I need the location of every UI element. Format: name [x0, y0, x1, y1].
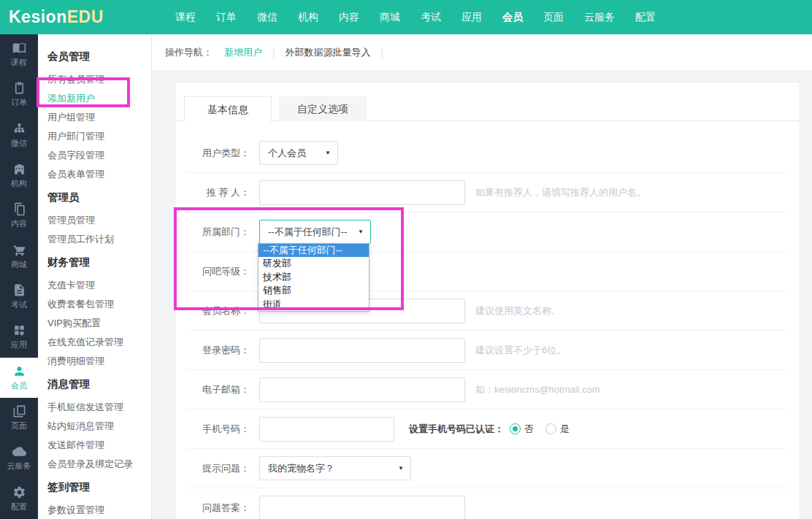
dropdown-option[interactable]: 销售部: [258, 284, 369, 297]
logo-text: Kesion: [9, 7, 67, 26]
topnav-item-cloud[interactable]: 云服务: [574, 11, 625, 24]
topbar: KesionEDU 课程订单微信机构内容商城考试应用会员页面云服务配置: [0, 0, 812, 34]
dropdown-option[interactable]: --不属于任何部门--: [258, 244, 369, 257]
rail-item-label: 考试: [11, 299, 27, 310]
radio-verified-no[interactable]: [510, 423, 521, 434]
app-logo[interactable]: KesionEDU: [9, 7, 104, 27]
submenu-item[interactable]: 添加新用户: [38, 89, 151, 108]
topnav-item-member[interactable]: 会员: [492, 11, 533, 24]
submenu-item[interactable]: 收费套餐包管理: [38, 295, 151, 314]
topnav-item-order[interactable]: 订单: [206, 11, 247, 24]
submenu-item[interactable]: 用户组管理: [38, 108, 151, 127]
rail-item-cloud[interactable]: 云服务: [0, 438, 38, 478]
email-label: 电子邮箱：: [187, 383, 250, 396]
submenu-item[interactable]: 充值卡管理: [38, 276, 151, 295]
rail-item-label: 微信: [11, 138, 27, 149]
submenu-section: 会员管理所有会员管理添加新用户用户组管理用户部门管理会员字段管理会员表单管理: [38, 43, 151, 184]
submenu-item[interactable]: 管理员工作计划: [38, 230, 151, 249]
question-select[interactable]: 我的宠物名字？ ▼: [259, 456, 411, 480]
phone-label: 手机号码：: [187, 423, 250, 436]
rail-item-app[interactable]: 应用: [0, 317, 38, 357]
submenu-section: 管理员管理员管理管理员工作计划: [38, 184, 151, 249]
dropdown-option[interactable]: 技术部: [258, 271, 369, 284]
submenu-item[interactable]: 在线充值记录管理: [38, 333, 151, 352]
submenu-item[interactable]: 所有会员管理: [38, 70, 151, 89]
submenu-section-header: 签到管理: [38, 474, 151, 501]
rail-item-exam[interactable]: 考试: [0, 277, 38, 317]
department-select[interactable]: --不属于任何部门-- ▼: [259, 220, 371, 244]
submenu-item[interactable]: 参数设置管理: [38, 501, 151, 519]
logo-accent-text: EDU: [67, 7, 104, 26]
phone-input[interactable]: [259, 417, 394, 442]
submenu-item[interactable]: 用户部门管理: [38, 127, 151, 146]
topnav-item-course[interactable]: 课程: [165, 11, 206, 24]
submenu-section: 签到管理参数设置管理签到记录管理: [38, 474, 151, 519]
submenu-item[interactable]: 发送邮件管理: [38, 436, 151, 455]
rail-item-label: 订单: [11, 97, 27, 108]
submenu-item[interactable]: 站内短消息管理: [38, 417, 151, 436]
submenu-item[interactable]: 会员字段管理: [38, 146, 151, 165]
share-icon: [12, 122, 26, 136]
submenu-item[interactable]: 会员表单管理: [38, 165, 151, 184]
row-question: 提示问题： 我的宠物名字？ ▼: [187, 449, 788, 488]
user-type-select[interactable]: 个人会员 ▼: [259, 141, 338, 165]
member-name-hint: 建议使用英文名称。: [475, 304, 561, 318]
topnav-item-wechat[interactable]: 微信: [247, 11, 288, 24]
rail-item-content[interactable]: 内容: [0, 196, 38, 236]
submenu-item[interactable]: VIP购买配置: [38, 314, 151, 333]
topnav-item-app[interactable]: 应用: [451, 11, 492, 24]
submenu-section-header: 会员管理: [38, 43, 151, 70]
radio-no-label: 否: [524, 423, 534, 436]
rail-item-member[interactable]: 会员: [0, 358, 38, 398]
rail-item-mall[interactable]: 商城: [0, 237, 38, 277]
topnav-item-page[interactable]: 页面: [533, 11, 574, 24]
clipboard-icon: [12, 81, 26, 95]
question-value: 我的宠物名字？: [268, 462, 334, 475]
dropdown-option[interactable]: 研发部: [258, 257, 369, 270]
operation-nav-prefix: 操作导航：: [165, 46, 212, 59]
rail-item-org[interactable]: 机构: [0, 155, 38, 196]
submenu-item[interactable]: 会员登录及绑定记录: [38, 455, 151, 474]
radio-verified-yes[interactable]: [545, 423, 556, 434]
topnav-item-content[interactable]: 内容: [329, 11, 369, 24]
top-navigation: 课程订单微信机构内容商城考试应用会员页面云服务配置: [165, 0, 666, 34]
password-label: 登录密码：: [187, 344, 250, 357]
user-type-label: 用户类型：: [187, 147, 250, 160]
tab-custom-options[interactable]: 自定义选项: [279, 96, 367, 121]
rail-item-label: 页面: [11, 420, 27, 431]
opnav-link-batch-import[interactable]: 外部数据源批量导入: [285, 46, 370, 59]
department-label: 所属部门：: [187, 226, 250, 239]
topnav-item-mall[interactable]: 商城: [369, 11, 410, 24]
topnav-item-org[interactable]: 机构: [288, 11, 329, 24]
email-input[interactable]: [259, 377, 465, 402]
tab-basic-info[interactable]: 基本信息: [184, 96, 272, 122]
module-icon-rail: 课程订单微信机构内容商城考试应用会员页面云服务配置: [0, 34, 38, 519]
rail-item-order[interactable]: 订单: [0, 74, 38, 115]
document-icon: [12, 283, 26, 297]
submenu-section-header: 财务管理: [38, 249, 151, 276]
rail-item-page[interactable]: 页面: [0, 398, 38, 438]
submenu-section: 消息管理手机短信发送管理站内短消息管理发送邮件管理会员登录及绑定记录: [38, 371, 151, 474]
book-icon: [12, 41, 26, 55]
rail-item-config[interactable]: 配置: [0, 479, 38, 519]
topnav-item-exam[interactable]: 考试: [410, 11, 451, 24]
submenu-item[interactable]: 管理员管理: [38, 211, 151, 230]
password-input[interactable]: [259, 338, 465, 363]
submenu-item[interactable]: 手机短信发送管理: [38, 398, 151, 417]
opnav-link-new-user[interactable]: 新增用户: [224, 46, 262, 59]
rail-item-course[interactable]: 课程: [0, 34, 38, 74]
dropdown-option[interactable]: 街道: [258, 298, 369, 311]
new-user-form: 用户类型： 个人会员 ▼ 推 荐 人： 如果有推荐人，请填写推荐人的用户名。 所…: [187, 134, 788, 519]
qa-level-label: 问吧等级：: [187, 265, 250, 278]
rail-item-wechat[interactable]: 微信: [0, 115, 38, 155]
answer-input[interactable]: [259, 496, 465, 519]
topnav-item-config[interactable]: 配置: [625, 11, 666, 24]
referrer-input[interactable]: [259, 180, 465, 205]
rail-item-label: 会员: [11, 380, 27, 391]
radio-yes-label: 是: [560, 423, 570, 436]
opnav-divider: |: [272, 47, 275, 58]
opnav-divider: |: [380, 47, 383, 58]
form-card: 基本信息 自定义选项 用户类型： 个人会员 ▼ 推 荐 人： 如果有推荐人，请填…: [175, 82, 800, 519]
submenu-item[interactable]: 消费明细管理: [38, 352, 151, 371]
chevron-down-icon: ▼: [325, 150, 331, 156]
